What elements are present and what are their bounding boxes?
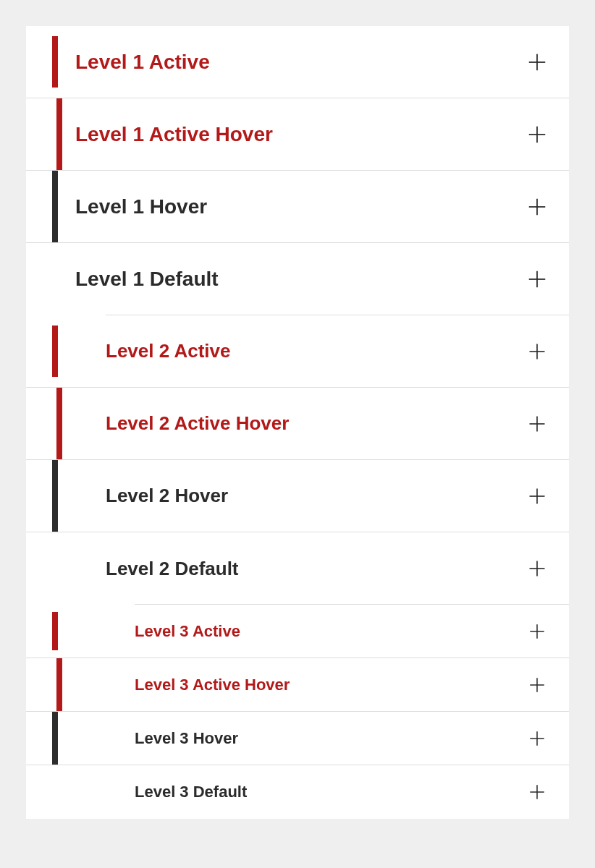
plus-icon[interactable]: [523, 622, 569, 641]
nav-item-l1-active[interactable]: Level 1 Active: [26, 26, 569, 98]
vertical-nav-card: Level 1 Active Level 1 Active Hover Leve…: [26, 26, 569, 819]
hover-indicator: [52, 712, 58, 765]
active-indicator: [52, 612, 58, 650]
active-hover-indicator: [56, 388, 62, 459]
plus-icon[interactable]: [523, 124, 569, 145]
nav-item-label: Level 2 Hover: [26, 485, 523, 507]
active-indicator: [52, 326, 58, 377]
nav-item-l2-active[interactable]: Level 2 Active: [26, 315, 569, 388]
plus-icon[interactable]: [523, 676, 569, 694]
active-indicator: [52, 36, 58, 88]
nav-item-label: Level 2 Active: [26, 340, 523, 362]
plus-icon[interactable]: [523, 486, 569, 506]
plus-icon[interactable]: [523, 414, 569, 434]
plus-icon[interactable]: [523, 729, 569, 748]
nav-item-label: Level 1 Hover: [26, 195, 523, 218]
nav-item-l3-active-hover[interactable]: Level 3 Active Hover: [26, 658, 569, 712]
nav-item-l3-hover[interactable]: Level 3 Hover: [26, 712, 569, 765]
nav-item-label: Level 3 Active Hover: [26, 676, 523, 694]
nav-item-label: Level 1 Active Hover: [26, 123, 523, 146]
nav-item-label: Level 1 Active: [26, 51, 523, 74]
nav-item-l1-default[interactable]: Level 1 Default: [26, 243, 569, 315]
nav-item-l1-active-hover[interactable]: Level 1 Active Hover: [26, 98, 569, 171]
plus-icon[interactable]: [523, 51, 569, 73]
nav-item-label: Level 1 Default: [26, 268, 523, 291]
plus-icon[interactable]: [523, 341, 569, 362]
hover-indicator: [52, 171, 58, 242]
active-hover-indicator: [56, 98, 62, 170]
plus-icon[interactable]: [523, 196, 569, 218]
active-hover-indicator: [56, 658, 62, 711]
nav-item-l2-hover[interactable]: Level 2 Hover: [26, 460, 569, 532]
nav-item-label: Level 2 Active Hover: [26, 412, 523, 435]
nav-item-l2-default[interactable]: Level 2 Default: [26, 532, 569, 605]
nav-item-label: Level 3 Hover: [26, 729, 523, 748]
plus-icon[interactable]: [523, 783, 569, 801]
nav-item-label: Level 3 Active: [26, 622, 523, 641]
hover-indicator: [52, 460, 58, 532]
plus-icon[interactable]: [523, 558, 569, 579]
nav-item-label: Level 2 Default: [26, 558, 523, 580]
nav-item-l3-active[interactable]: Level 3 Active: [26, 605, 569, 658]
nav-item-l1-hover[interactable]: Level 1 Hover: [26, 171, 569, 243]
nav-item-l3-default[interactable]: Level 3 Default: [26, 765, 569, 819]
nav-item-label: Level 3 Default: [26, 783, 523, 801]
plus-icon[interactable]: [523, 268, 569, 290]
nav-item-l2-active-hover[interactable]: Level 2 Active Hover: [26, 388, 569, 460]
